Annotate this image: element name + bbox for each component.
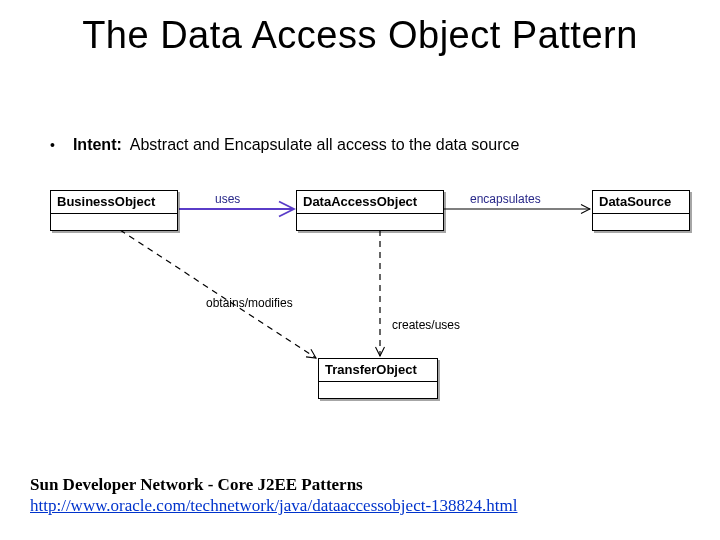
class-body (297, 214, 443, 230)
class-transfer-object: TransferObject (318, 358, 438, 399)
relation-obtains-label: obtains/modifies (206, 296, 293, 310)
footer-source: Sun Developer Network - Core J2EE Patter… (30, 474, 517, 495)
footer: Sun Developer Network - Core J2EE Patter… (30, 474, 517, 517)
class-name: BusinessObject (51, 191, 177, 214)
intent-line: Intent: Abstract and Encapsulate all acc… (73, 136, 519, 154)
svg-line-2 (120, 230, 316, 358)
intent-bullet: • Intent: Abstract and Encapsulate all a… (50, 136, 519, 154)
class-business-object: BusinessObject (50, 190, 178, 231)
class-data-access-object: DataAccessObject (296, 190, 444, 231)
class-body (319, 382, 437, 398)
relation-uses-label: uses (215, 192, 240, 206)
uml-diagram: BusinessObject DataAccessObject DataSour… (30, 186, 690, 446)
slide: The Data Access Object Pattern • Intent:… (0, 0, 720, 540)
intent-text: Abstract and Encapsulate all access to t… (130, 136, 520, 153)
bullet-icon: • (50, 138, 55, 152)
class-name: DataSource (593, 191, 689, 214)
class-body (51, 214, 177, 230)
relation-encapsulates-label: encapsulates (470, 192, 541, 206)
relation-creates-label: creates/uses (392, 318, 460, 332)
class-body (593, 214, 689, 230)
footer-link[interactable]: http://www.oracle.com/technetwork/java/d… (30, 496, 517, 515)
class-name: TransferObject (319, 359, 437, 382)
slide-title: The Data Access Object Pattern (0, 14, 720, 58)
class-name: DataAccessObject (297, 191, 443, 214)
intent-label: Intent: (73, 136, 122, 153)
class-data-source: DataSource (592, 190, 690, 231)
